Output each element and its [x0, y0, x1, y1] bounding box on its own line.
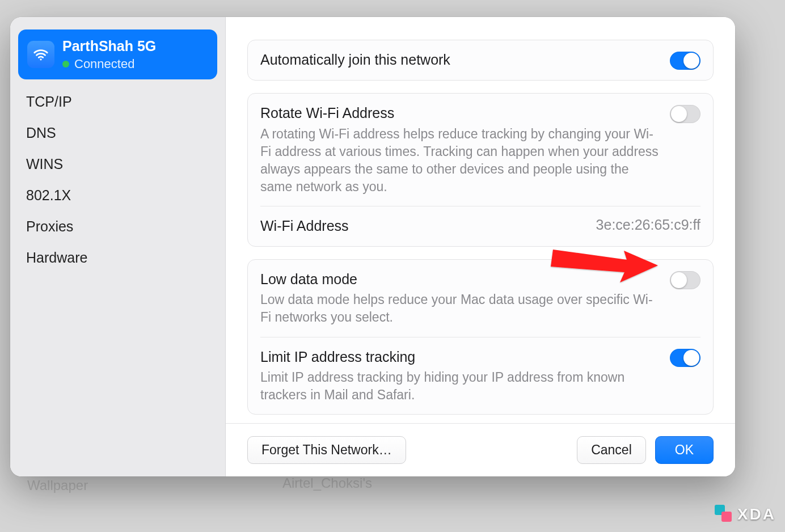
limit-ip-desc: Limit IP address tracking by hiding your…: [260, 369, 660, 404]
low-data-title: Low data mode: [260, 270, 660, 289]
sidebar-item-hardware[interactable]: Hardware: [18, 242, 217, 273]
rotate-address-toggle[interactable]: [670, 105, 700, 123]
wifi-address-title: Wi-Fi Address: [260, 217, 586, 236]
sidebar-item-8021x[interactable]: 802.1X: [18, 180, 217, 211]
wifi-address-value: 3e:ce:26:65:c9:ff: [596, 217, 700, 233]
sidebar-item-wins[interactable]: WINS: [18, 149, 217, 180]
group-data-privacy: Low data mode Low data mode helps reduce…: [247, 259, 714, 415]
sidebar-item-label: Proxies: [26, 218, 73, 234]
sidebar-item-dns[interactable]: DNS: [18, 117, 217, 149]
limit-ip-toggle[interactable]: [670, 349, 700, 367]
button-label: Forget This Network…: [261, 442, 392, 457]
sidebar-item-network[interactable]: ParthShah 5G Connected: [18, 29, 217, 79]
ok-button[interactable]: OK: [655, 436, 714, 464]
network-settings-dialog: ParthShah 5G Connected TCP/IP DNS WINS 8…: [10, 17, 735, 476]
svg-point-0: [40, 58, 41, 60]
sidebar-item-label: TCP/IP: [26, 94, 72, 109]
button-label: OK: [675, 442, 694, 457]
button-label: Cancel: [591, 442, 632, 457]
sidebar-item-label: WINS: [26, 156, 63, 172]
auto-join-toggle[interactable]: [670, 52, 700, 70]
settings-scroll-area[interactable]: Automatically join this network Rotate W…: [226, 17, 735, 423]
sidebar-item-label: DNS: [26, 125, 56, 141]
watermark-icon: [715, 505, 734, 524]
network-status: Connected: [74, 57, 134, 71]
dialog-sidebar: ParthShah 5G Connected TCP/IP DNS WINS 8…: [10, 17, 226, 476]
low-data-toggle[interactable]: [670, 271, 700, 289]
auto-join-title: Automatically join this network: [260, 50, 660, 70]
group-auto-join: Automatically join this network: [247, 40, 714, 81]
wifi-icon: [27, 41, 54, 68]
watermark-text: XDA: [737, 505, 776, 523]
rotate-address-desc: A rotating Wi-Fi address helps reduce tr…: [260, 125, 660, 196]
group-wifi-address: Rotate Wi-Fi Address A rotating Wi-Fi ad…: [247, 93, 714, 247]
status-dot-icon: [62, 61, 69, 67]
sidebar-item-label: Hardware: [26, 250, 87, 265]
watermark: XDA: [715, 505, 776, 524]
cancel-button[interactable]: Cancel: [577, 436, 646, 464]
sidebar-item-tcpip[interactable]: TCP/IP: [18, 86, 217, 117]
sidebar-item-proxies[interactable]: Proxies: [18, 211, 217, 242]
dialog-main: Automatically join this network Rotate W…: [226, 17, 735, 476]
low-data-desc: Low data mode helps reduce your Mac data…: [260, 291, 660, 326]
forget-network-button[interactable]: Forget This Network…: [247, 436, 406, 464]
dialog-footer: Forget This Network… Cancel OK: [226, 423, 735, 476]
sidebar-item-label: 802.1X: [26, 187, 71, 203]
limit-ip-title: Limit IP address tracking: [260, 348, 660, 367]
rotate-address-title: Rotate Wi-Fi Address: [260, 104, 660, 123]
network-name: ParthShah 5G: [62, 37, 156, 54]
